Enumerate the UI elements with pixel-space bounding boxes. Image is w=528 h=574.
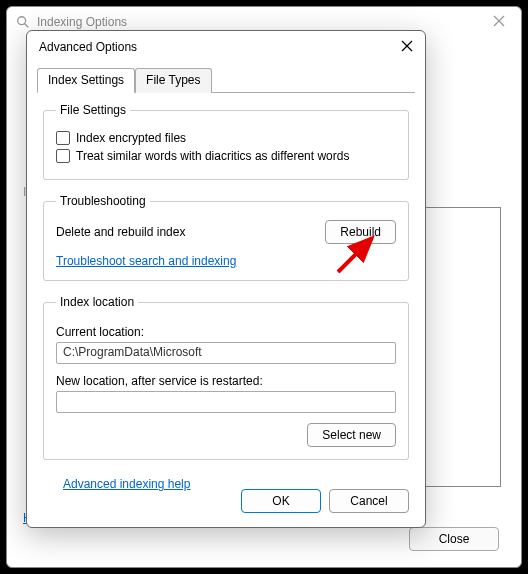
tab-file-types[interactable]: File Types <box>135 68 211 93</box>
troubleshooting-group: Troubleshooting Delete and rebuild index… <box>43 194 409 281</box>
new-location-label: New location, after service is restarted… <box>56 374 396 388</box>
inner-close-button[interactable] <box>401 38 413 56</box>
cancel-button[interactable]: Cancel <box>329 489 409 513</box>
index-location-legend: Index location <box>56 295 138 309</box>
tab-content: File Settings Index encrypted files Trea… <box>27 93 425 502</box>
outer-window-title: Indexing Options <box>37 15 127 29</box>
inner-window-title: Advanced Options <box>39 40 137 54</box>
select-new-button[interactable]: Select new <box>307 423 396 447</box>
svg-point-0 <box>18 17 26 25</box>
magnifier-icon <box>15 14 31 30</box>
troubleshooting-legend: Troubleshooting <box>56 194 150 208</box>
tab-bar: Index Settings File Types <box>37 67 415 93</box>
svg-line-1 <box>25 24 29 28</box>
outer-close-dialog-button[interactable]: Close <box>409 527 499 551</box>
dialog-footer: OK Cancel <box>241 489 409 513</box>
troubleshoot-link[interactable]: Troubleshoot search and indexing <box>56 254 236 268</box>
file-settings-group: File Settings Index encrypted files Trea… <box>43 103 409 180</box>
outer-close-button[interactable] <box>485 11 513 34</box>
inner-titlebar: Advanced Options <box>27 31 425 63</box>
advanced-options-window: Advanced Options Index Settings File Typ… <box>26 30 426 528</box>
current-location-label: Current location: <box>56 325 396 339</box>
current-location-field[interactable]: C:\ProgramData\Microsoft <box>56 342 396 364</box>
label-diacritics: Treat similar words with diacritics as d… <box>76 149 349 163</box>
checkbox-diacritics[interactable] <box>56 149 70 163</box>
outer-close-label: Close <box>439 532 470 546</box>
advanced-help-link[interactable]: Advanced indexing help <box>63 477 190 491</box>
label-index-encrypted: Index encrypted files <box>76 131 186 145</box>
index-location-group: Index location Current location: C:\Prog… <box>43 295 409 460</box>
checkbox-index-encrypted[interactable] <box>56 131 70 145</box>
rebuild-index-label: Delete and rebuild index <box>56 225 185 239</box>
rebuild-button[interactable]: Rebuild <box>325 220 396 244</box>
ok-button[interactable]: OK <box>241 489 321 513</box>
new-location-field[interactable] <box>56 391 396 413</box>
tab-index-settings[interactable]: Index Settings <box>37 68 135 93</box>
file-settings-legend: File Settings <box>56 103 130 117</box>
